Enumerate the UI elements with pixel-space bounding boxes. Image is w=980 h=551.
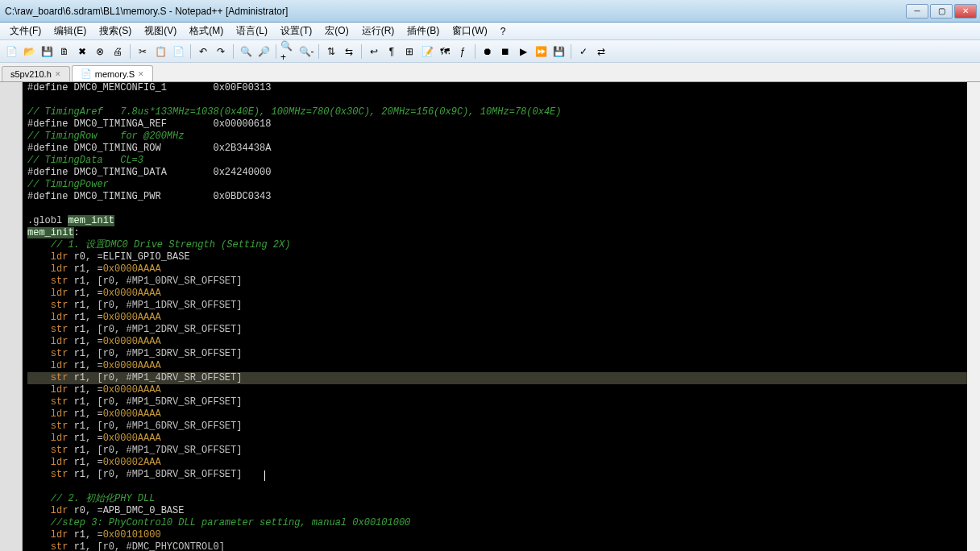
sync-h-icon[interactable]: ⇆ — [341, 44, 357, 60]
func-list-icon[interactable]: ƒ — [455, 44, 471, 60]
compare-icon[interactable]: ⇄ — [593, 44, 609, 60]
menu-settings[interactable]: 设置(T) — [274, 23, 318, 39]
toolbar-sep — [130, 44, 131, 59]
copy-icon[interactable]: 📋 — [152, 44, 168, 60]
close-all-icon[interactable]: ⊗ — [92, 44, 108, 60]
tab-memory[interactable]: 📄 memory.S ✕ — [72, 65, 153, 81]
close-file-icon[interactable]: ✖ — [74, 44, 90, 60]
window-controls: ─ ▢ ✕ — [906, 4, 977, 19]
toolbar-sep — [276, 44, 276, 59]
save-icon[interactable]: 💾 — [39, 44, 55, 60]
redo-icon[interactable]: ↷ — [213, 44, 229, 60]
close-button[interactable]: ✕ — [954, 4, 977, 19]
spellcheck-icon[interactable]: ✓ — [575, 44, 592, 60]
tab-close-icon[interactable]: ✕ — [55, 70, 61, 78]
new-file-icon[interactable]: 📄 — [3, 44, 19, 60]
menu-view[interactable]: 视图(V) — [138, 23, 183, 39]
menu-lang[interactable]: 语言(L) — [230, 23, 274, 39]
doc-map-icon[interactable]: 🗺 — [437, 44, 453, 60]
indent-guide-icon[interactable]: ⊞ — [401, 44, 417, 60]
vertical-scrollbar[interactable] — [967, 82, 980, 551]
find-icon[interactable]: 🔍 — [238, 44, 254, 60]
menu-format[interactable]: 格式(M) — [183, 23, 230, 39]
minimize-button[interactable]: ─ — [906, 4, 928, 19]
file-icon: 📄 — [81, 68, 92, 79]
user-lang-icon[interactable]: 📝 — [419, 44, 435, 60]
zoom-out-icon[interactable]: 🔍- — [298, 44, 314, 60]
titlebar: C:\raw_board\6.sdram\BL1\memory.S - Note… — [0, 0, 980, 23]
menu-edit[interactable]: 编辑(E) — [48, 23, 93, 39]
save-macro-icon[interactable]: 💾 — [550, 44, 567, 60]
stop-icon[interactable]: ⏹ — [497, 44, 513, 60]
window-title: C:\raw_board\6.sdram\BL1\memory.S - Note… — [3, 6, 906, 17]
menu-run[interactable]: 运行(R) — [355, 23, 401, 39]
play-icon[interactable]: ▶ — [515, 44, 531, 60]
tab-s5pv210[interactable]: s5pv210.h ✕ — [2, 66, 70, 81]
line-gutter — [0, 82, 23, 551]
menubar: 文件(F) 编辑(E) 搜索(S) 视图(V) 格式(M) 语言(L) 设置(T… — [0, 23, 980, 40]
menu-help[interactable]: ? — [494, 24, 513, 39]
sync-v-icon[interactable]: ⇅ — [323, 44, 339, 60]
open-file-icon[interactable]: 📂 — [21, 44, 37, 60]
toolbar-sep — [233, 44, 234, 59]
print-icon[interactable]: 🖨 — [110, 44, 126, 60]
toolbar-sep — [571, 44, 571, 59]
menu-file[interactable]: 文件(F) — [3, 23, 48, 39]
menu-search[interactable]: 搜索(S) — [93, 23, 138, 39]
cut-icon[interactable]: ✂ — [135, 44, 151, 60]
editor[interactable]: #define DMC0_MEMCONFIG_1 0x00F00313 // T… — [0, 82, 980, 551]
menu-macro[interactable]: 宏(O) — [318, 23, 355, 39]
show-all-icon[interactable]: ¶ — [384, 44, 400, 60]
menu-plugins[interactable]: 插件(B) — [401, 23, 446, 39]
code-area[interactable]: #define DMC0_MEMCONFIG_1 0x00F00313 // T… — [23, 82, 967, 551]
record-icon[interactable]: ⏺ — [480, 44, 496, 60]
toolbar-sep — [475, 44, 475, 59]
tabbar: s5pv210.h ✕ 📄 memory.S ✕ — [0, 63, 980, 82]
tab-close-icon[interactable]: ✕ — [138, 70, 144, 78]
tab-label: memory.S — [95, 69, 135, 79]
replace-icon[interactable]: 🔎 — [255, 44, 272, 60]
toolbar-sep — [190, 44, 191, 59]
play-multi-icon[interactable]: ⏩ — [533, 44, 549, 60]
zoom-in-icon[interactable]: 🔍+ — [280, 44, 297, 60]
toolbar: 📄 📂 💾 🗎 ✖ ⊗ 🖨 ✂ 📋 📄 ↶ ↷ 🔍 🔎 🔍+ 🔍- ⇅ ⇆ ↩ … — [0, 40, 980, 63]
maximize-button[interactable]: ▢ — [930, 4, 953, 19]
undo-icon[interactable]: ↶ — [195, 44, 211, 60]
wordwrap-icon[interactable]: ↩ — [366, 44, 382, 60]
tab-label: s5pv210.h — [10, 69, 52, 79]
toolbar-sep — [361, 44, 362, 59]
menu-window[interactable]: 窗口(W) — [446, 23, 493, 39]
paste-icon[interactable]: 📄 — [170, 44, 186, 60]
toolbar-sep — [318, 44, 319, 59]
save-all-icon[interactable]: 🗎 — [56, 44, 73, 60]
